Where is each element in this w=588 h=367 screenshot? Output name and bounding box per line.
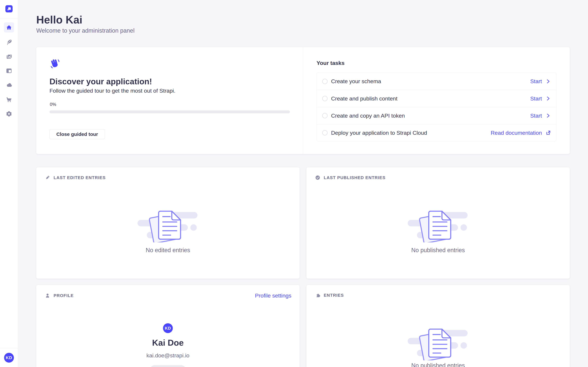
task-link-label: Start <box>530 78 542 84</box>
entries-widget: ENTRIES No published entries <box>306 285 570 367</box>
widget-title: LAST EDITED ENTRIES <box>53 175 106 180</box>
guided-tour-card: Discover your application! Follow the gu… <box>36 47 570 154</box>
empty-documents-illustration <box>408 208 468 242</box>
task-start-link[interactable]: Start <box>530 113 551 119</box>
user-avatar[interactable]: KD <box>4 353 14 363</box>
widget-title: ENTRIES <box>324 293 344 297</box>
task-link-label: Start <box>530 113 542 119</box>
settings-gear-icon <box>6 111 12 117</box>
profile-settings-link[interactable]: Profile settings <box>255 293 291 298</box>
progress-percent-label: 0% <box>50 102 56 107</box>
pencil-icon <box>45 175 50 180</box>
widget-header: LAST PUBLISHED ENTRIES <box>315 175 562 180</box>
profile-email: kai.doe@strapi.io <box>36 353 300 358</box>
task-link-label: Start <box>530 95 542 102</box>
task-label: Create and publish content <box>331 95 398 102</box>
card-divider <box>303 47 303 154</box>
empty-state-text: No published entries <box>306 247 570 254</box>
task-status-circle-icon <box>322 113 328 118</box>
close-guided-tour-button[interactable]: Close guided tour <box>50 129 105 139</box>
wave-hand-icon <box>50 58 60 69</box>
content-type-builder-layout-icon <box>6 67 12 74</box>
last-edited-entries-widget: LAST EDITED ENTRIES No edited entries <box>36 167 300 279</box>
marketplace-cart-icon <box>6 96 12 103</box>
task-status-circle-icon <box>322 79 328 84</box>
profile-widget: PROFILE Profile settings KD Kai Doe kai.… <box>36 285 300 367</box>
task-row-create-schema: Create your schema Start <box>317 73 556 90</box>
tasks-section-title: Your tasks <box>317 60 345 66</box>
task-label: Create and copy an API token <box>331 113 405 119</box>
chevron-right-icon <box>545 96 551 101</box>
widget-title: LAST PUBLISHED ENTRIES <box>324 175 385 180</box>
empty-documents-illustration <box>138 208 198 242</box>
widget-header: PROFILE Profile settings <box>45 293 291 298</box>
task-start-link[interactable]: Start <box>530 95 551 102</box>
check-circle-icon <box>315 175 320 180</box>
user-icon <box>45 293 50 298</box>
task-row-deploy-strapi-cloud: Deploy your application to Strapi Cloud … <box>317 124 556 141</box>
external-link-icon <box>545 130 551 135</box>
task-label: Create your schema <box>331 78 381 84</box>
user-avatar-initials: KD <box>6 355 12 360</box>
widget-header: LAST EDITED ENTRIES <box>45 175 291 180</box>
sidebar-item-content-manager[interactable] <box>4 37 14 47</box>
sidebar-divider <box>0 18 18 18</box>
profile-name: Kai Doe <box>36 338 300 347</box>
task-row-create-api-token: Create and copy an API token Start <box>317 107 556 124</box>
sidebar-item-settings[interactable] <box>4 109 14 119</box>
page-subtitle: Welcome to your administration panel <box>36 28 135 33</box>
profile-role-badge <box>150 365 186 367</box>
page-title: Hello Kai <box>36 14 82 25</box>
sidebar-item-home[interactable] <box>4 22 14 33</box>
chevron-right-icon <box>545 79 551 84</box>
empty-state-text: No published entries <box>306 362 570 367</box>
profile-avatar: KD <box>163 323 173 333</box>
chevron-right-icon <box>545 113 551 118</box>
widget-title: PROFILE <box>53 293 74 298</box>
strapi-cloud-icon <box>6 82 12 88</box>
empty-state-text: No edited entries <box>36 247 300 254</box>
sidebar-item-media-library[interactable] <box>4 51 14 62</box>
tasks-list: Create your schema Start Create and publ… <box>317 73 556 141</box>
task-status-circle-icon <box>322 96 328 101</box>
home-icon <box>6 24 12 31</box>
profile-avatar-initials: KD <box>165 326 171 331</box>
task-status-circle-icon <box>322 130 328 135</box>
guided-tour-title: Discover your application! <box>50 77 152 86</box>
sidebar-item-marketplace[interactable] <box>4 94 14 104</box>
sidebar-item-strapi-cloud[interactable] <box>4 80 14 90</box>
last-published-entries-widget: LAST PUBLISHED ENTRIES No published entr… <box>306 167 570 279</box>
task-label: Deploy your application to Strapi Cloud <box>331 130 427 136</box>
sidebar-item-content-type-builder[interactable] <box>4 66 14 76</box>
content-manager-feather-icon <box>6 39 12 45</box>
empty-documents-illustration <box>408 326 468 360</box>
puzzle-icon <box>315 293 320 298</box>
task-link-label: Read documentation <box>491 130 542 136</box>
task-row-create-publish-content: Create and publish content Start <box>317 90 556 107</box>
media-library-pictures-icon <box>6 53 12 60</box>
strapi-logo-icon[interactable] <box>5 5 13 12</box>
widget-header: ENTRIES <box>315 293 562 298</box>
progress-bar <box>50 110 290 113</box>
main-sidebar: KD <box>0 0 18 367</box>
task-start-link[interactable]: Start <box>530 78 551 84</box>
guided-tour-description: Follow the guided tour to get the most o… <box>50 88 175 94</box>
task-read-documentation-link[interactable]: Read documentation <box>491 130 551 136</box>
